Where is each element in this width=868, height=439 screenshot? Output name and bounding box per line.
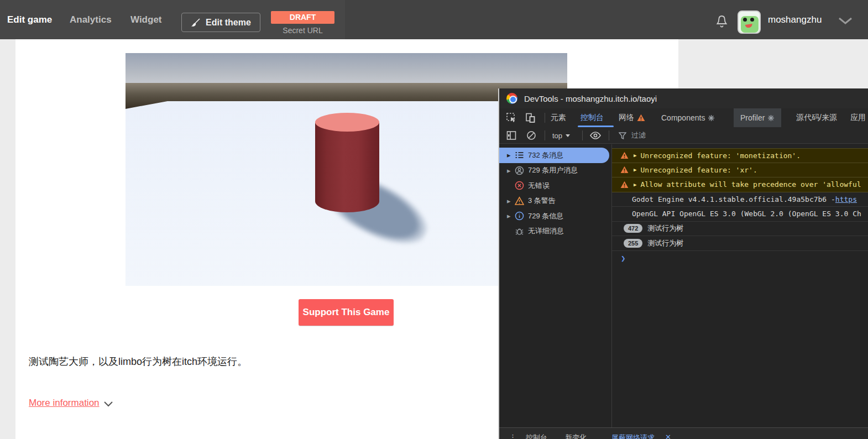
drawer-tab-network-blocking[interactable]: 屏蔽网络请求 [611, 433, 655, 439]
frog-avatar-image [741, 16, 759, 33]
more-information-link[interactable]: More information [29, 398, 100, 409]
console-warning-row[interactable]: ▶ Unrecognized feature: 'xr'. [612, 163, 868, 178]
extension-gear-icon [767, 114, 775, 122]
toggle-sidebar-icon[interactable] [506, 130, 517, 141]
console-filter-input[interactable]: 过滤 [619, 127, 856, 144]
caret-down-icon [566, 134, 570, 137]
divider [545, 113, 545, 123]
warning-icon [620, 181, 629, 189]
divider [582, 130, 583, 140]
sidebar-label: 无详细消息 [528, 226, 564, 236]
filter-funnel-icon [619, 132, 626, 139]
nav-widget[interactable]: Widget [130, 0, 162, 39]
console-body: ▸ 732 条消息 ▸ [499, 144, 868, 427]
edit-theme-button[interactable]: Edit theme [181, 13, 260, 32]
expand-arrow-icon[interactable]: ▸ [507, 166, 515, 175]
brush-icon [191, 18, 201, 28]
error-icon [515, 181, 524, 190]
topbar: Edit game Analytics Widget Edit theme DR… [0, 0, 868, 39]
drawer-tab-whats-new[interactable]: 新变化 [565, 433, 587, 439]
log-link[interactable]: https [835, 195, 857, 203]
sidebar-label: 729 条用户消息 [528, 165, 578, 175]
drawer-tab-console[interactable]: 控制台 [526, 433, 547, 439]
tab-label: Profiler [740, 113, 765, 122]
drawer-menu-dots-icon[interactable]: ⋮ [509, 433, 516, 439]
game-sky [126, 53, 567, 85]
drawer-tab-close-icon[interactable]: ✕ [665, 433, 671, 439]
tab-label: 元素 [551, 113, 566, 123]
nav-edit-game[interactable]: Edit game [7, 0, 52, 39]
support-this-game-button[interactable]: Support This Game [299, 299, 394, 326]
console-messages: ▶ Unrecognized feature: 'monetization'. … [612, 144, 868, 427]
tab-elements[interactable]: 元素 [551, 108, 566, 127]
console-prompt[interactable]: ❯ [612, 251, 868, 266]
expand-arrow-icon[interactable]: ▸ [507, 212, 515, 220]
tab-sources[interactable]: 源代码/来源 [796, 108, 837, 127]
repeat-count-badge: 472 [624, 224, 642, 233]
warning-icon [515, 196, 524, 206]
sidebar-item-user-messages[interactable]: ▸ 729 条用户消息 [499, 163, 611, 179]
sidebar-item-info[interactable]: ▸ 729 条信息 [499, 208, 611, 224]
cylinder-body [315, 122, 379, 212]
tab-console[interactable]: 控制台 [581, 108, 604, 127]
inspect-element-icon[interactable] [506, 112, 517, 123]
console-warning-row[interactable]: ▶ Unrecognized feature: 'monetization'. [612, 148, 868, 163]
tab-application[interactable]: 应用 [850, 108, 866, 127]
tab-label: 控制台 [581, 113, 604, 123]
live-expression-eye-icon[interactable] [589, 130, 600, 141]
console-counted-row[interactable]: 255 测试行为树 [612, 236, 868, 251]
draft-section: DRAFT Secret URL [271, 11, 334, 35]
nav-analytics[interactable]: Analytics [70, 0, 112, 39]
chrome-icon [506, 93, 517, 104]
tab-components[interactable]: Components [661, 108, 715, 127]
info-icon [515, 211, 524, 221]
log-text: Godot Engine v4.4.1.stable.official.49a5… [632, 195, 835, 203]
screen: Edit game Analytics Widget Edit theme DR… [0, 0, 868, 439]
context-selector[interactable]: top [552, 127, 570, 144]
devtools-tabbar: 元素 控制台 网络 Components [499, 108, 868, 127]
console-warning-row[interactable]: ▶ Allow attribute will take precedence o… [612, 177, 868, 192]
console-counted-row[interactable]: 472 测试行为树 [612, 222, 868, 237]
warning-text: Allow attribute will take precedence ove… [640, 180, 861, 189]
sidebar-label: 732 条消息 [528, 150, 563, 160]
extension-gear-icon [708, 114, 715, 122]
notifications-bell-icon[interactable] [715, 14, 729, 30]
draft-status-badge: DRAFT [271, 11, 334, 24]
sidebar-item-warnings[interactable]: ▸ 3 条警告 [499, 194, 611, 209]
divider [545, 130, 545, 140]
tab-label: 应用 [850, 113, 866, 123]
tab-label: Components [661, 113, 705, 122]
expand-arrow-icon[interactable]: ▶ [634, 153, 636, 158]
prompt-chevron-icon: ❯ [621, 254, 625, 263]
devtools-titlebar[interactable]: DevTools - moshangzhu.itch.io/taoyi [499, 88, 868, 108]
divider [609, 130, 609, 140]
devtools-window: DevTools - moshangzhu.itch.io/taoyi 元素 [498, 88, 868, 439]
console-log-row[interactable]: Godot Engine v4.4.1.stable.official.49a5… [612, 192, 868, 207]
warning-icon [620, 166, 629, 174]
cylinder-top [315, 113, 379, 132]
user-chevron-down-icon[interactable] [838, 17, 853, 25]
tab-network[interactable]: 网络 [619, 108, 645, 127]
console-toolbar: top 过滤 [499, 127, 868, 144]
device-toolbar-icon[interactable] [525, 112, 536, 123]
tab-profiler[interactable]: Profiler [734, 108, 781, 127]
log-text: 测试行为树 [647, 238, 683, 248]
sidebar-item-errors[interactable]: 无错误 [499, 178, 611, 194]
warning-text: Unrecognized feature: 'xr'. [640, 166, 757, 174]
sidebar-item-verbose[interactable]: 无详细消息 [499, 224, 611, 239]
context-label: top [552, 132, 562, 140]
more-info-chevron-down-icon[interactable] [104, 401, 113, 407]
expand-arrow-icon[interactable]: ▸ [507, 197, 515, 205]
sidebar-item-all-messages[interactable]: ▸ 732 条消息 [499, 148, 609, 163]
expand-arrow-icon[interactable]: ▸ [507, 151, 515, 159]
username-menu[interactable]: moshangzhu [768, 0, 822, 39]
expand-arrow-icon[interactable]: ▶ [634, 182, 636, 187]
secret-url-link[interactable]: Secret URL [271, 26, 334, 35]
expand-arrow-icon[interactable]: ▶ [634, 167, 636, 173]
repeat-count-badge: 255 [624, 239, 642, 248]
console-log-row[interactable]: OpenGL API OpenGL ES 3.0 (WebGL 2.0 (Ope… [612, 207, 868, 222]
avatar[interactable] [738, 11, 761, 34]
game-description: 测试陶艺大师，以及limbo行为树在itch环境运行。 [29, 355, 526, 368]
devtools-drawer-bar: ⋮ 控制台 新变化 屏蔽网络请求 ✕ [499, 427, 868, 439]
clear-console-icon[interactable] [526, 130, 537, 141]
